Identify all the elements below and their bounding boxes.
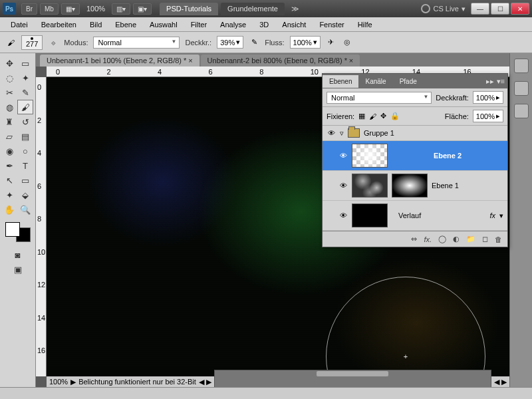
dock-swatches-icon[interactable] xyxy=(514,81,529,96)
tablet-opacity-icon[interactable]: ✎ xyxy=(249,37,259,48)
quickmask-tool[interactable]: ◙ xyxy=(10,247,26,262)
blend-mode-select[interactable]: Normal xyxy=(93,37,180,49)
new-group-icon[interactable]: 📁 xyxy=(466,235,475,243)
new-layer-icon[interactable]: ◻ xyxy=(482,235,488,243)
brush-panel-icon[interactable]: ⟐ xyxy=(48,37,59,48)
gradient-tool[interactable]: ▤ xyxy=(17,129,33,144)
document-tab-1[interactable]: Unbenannt-1 bei 100% (Ebene 2, RGB/8) * … xyxy=(40,55,200,66)
delete-layer-icon[interactable]: 🗑 xyxy=(495,235,502,243)
layer-name[interactable]: Verlauf xyxy=(392,211,485,219)
menu-3d[interactable]: 3D xyxy=(254,19,274,30)
menu-filter[interactable]: Filter xyxy=(186,19,212,30)
link-layers-icon[interactable]: ⇔ xyxy=(411,235,417,243)
screen-button[interactable]: ▣▾ xyxy=(133,3,152,15)
visibility-icon[interactable]: 👁 xyxy=(327,129,336,137)
wand-tool[interactable]: ✦ xyxy=(17,70,33,85)
stamp-tool[interactable]: ♜ xyxy=(1,114,17,129)
lasso-tool[interactable]: ◌ xyxy=(1,70,17,85)
history-brush-tool[interactable]: ↺ xyxy=(17,114,33,129)
brush-tool[interactable]: 🖌 xyxy=(17,100,33,114)
layer-thumbnail[interactable] xyxy=(352,174,388,198)
menu-bearbeiten[interactable]: Bearbeiten xyxy=(36,19,82,30)
lock-transparent-icon[interactable]: ▦ xyxy=(358,112,365,120)
group-name[interactable]: Gruppe 1 xyxy=(364,129,394,137)
more-tabs-icon[interactable]: ≫ xyxy=(287,3,303,15)
fill-input[interactable]: 100%▸ xyxy=(473,110,503,122)
layer-row[interactable]: 👁 Ebene 1 xyxy=(323,171,507,201)
flow-input[interactable]: 100%▾ xyxy=(290,36,321,49)
panel-menu-icon[interactable]: ▾≡ xyxy=(497,77,505,86)
window-minimize[interactable]: — xyxy=(471,3,489,15)
minibridge-button[interactable]: Mb xyxy=(40,3,59,15)
menu-auswahl[interactable]: Auswahl xyxy=(144,19,183,30)
layer-row[interactable]: 👁 Verlauf fx ▾ xyxy=(323,201,507,231)
color-swatch[interactable] xyxy=(5,222,31,242)
fx-badge[interactable]: fx xyxy=(489,211,495,219)
lock-position-icon[interactable]: ✥ xyxy=(380,112,386,120)
layer-thumbnail[interactable] xyxy=(352,144,388,168)
zoom-tool[interactable]: 🔍 xyxy=(17,202,33,217)
menu-bild[interactable]: Bild xyxy=(84,19,107,30)
mask-thumbnail[interactable] xyxy=(392,174,428,198)
dodge-tool[interactable]: ○ xyxy=(17,144,33,158)
layer-fx-icon[interactable]: fx. xyxy=(424,235,432,243)
path-tool[interactable]: ↖ xyxy=(1,173,17,188)
menu-analyse[interactable]: Analyse xyxy=(215,19,251,30)
lock-pixels-icon[interactable]: 🖌 xyxy=(369,112,376,120)
tablet-size-icon[interactable]: ◎ xyxy=(342,37,352,48)
bridge-button[interactable]: Br xyxy=(21,3,37,15)
close-icon[interactable]: × xyxy=(349,57,353,65)
layer-row[interactable]: 👁 Ebene 2 xyxy=(323,141,507,171)
shape-tool[interactable]: ▭ xyxy=(17,173,33,188)
document-tab-2[interactable]: Unbenannt-2 bei 800% (Ebene 0, RGB/8) * … xyxy=(201,55,360,66)
move-tool[interactable]: ✥ xyxy=(1,56,17,70)
menu-fenster[interactable]: Fenster xyxy=(314,19,349,30)
type-tool[interactable]: T xyxy=(17,158,33,173)
workspace-tab[interactable]: Grundelemente xyxy=(221,3,285,15)
opacity-input[interactable]: 39%▾ xyxy=(217,36,243,49)
cslive-button[interactable]: CS Live▾ xyxy=(421,4,466,13)
visibility-icon[interactable]: 👁 xyxy=(338,182,348,190)
zoom-level[interactable]: 100% xyxy=(86,5,105,13)
dock-color-icon[interactable] xyxy=(514,59,529,73)
blur-tool[interactable]: ◉ xyxy=(1,144,17,158)
crop-tool[interactable]: ✂ xyxy=(1,85,17,100)
lock-all-icon[interactable]: 🔒 xyxy=(390,112,400,120)
layer-name[interactable]: Ebene 2 xyxy=(392,152,503,160)
menu-ebene[interactable]: Ebene xyxy=(110,19,142,30)
dock-adjust-icon[interactable] xyxy=(514,104,529,118)
chevron-down-icon[interactable]: ▿ xyxy=(340,129,344,138)
tab-pfade[interactable]: Pfade xyxy=(393,75,424,88)
visibility-icon[interactable]: 👁 xyxy=(338,152,348,160)
hand-tool[interactable]: ✋ xyxy=(1,202,17,217)
arrange-button[interactable]: ▥▾ xyxy=(112,3,130,15)
chevron-down-icon[interactable]: ▾ xyxy=(499,211,503,220)
tab-kanaele[interactable]: Kanäle xyxy=(358,75,392,88)
ruler-vertical[interactable]: 0246810121416 xyxy=(36,77,47,376)
layer-blend-select[interactable]: Normal xyxy=(327,92,432,104)
menu-ansicht[interactable]: Ansicht xyxy=(277,19,311,30)
horizontal-scrollbar[interactable] xyxy=(214,370,491,387)
close-icon[interactable]: × xyxy=(188,57,192,65)
pen-tool[interactable]: ✒ xyxy=(1,158,17,173)
layer-group[interactable]: 👁 ▿ Gruppe 1 xyxy=(323,126,507,141)
screenmode-tool[interactable]: ▣ xyxy=(10,262,26,277)
workspace-tab-active[interactable]: PSD-Tutorials xyxy=(160,3,218,15)
menu-datei[interactable]: Datei xyxy=(5,19,33,30)
eyedropper-tool[interactable]: ✎ xyxy=(17,85,33,100)
doc-zoom[interactable]: 100% xyxy=(49,378,68,386)
window-close[interactable]: ✕ xyxy=(511,3,529,15)
layer-name[interactable]: Ebene 1 xyxy=(432,182,459,190)
3d-tool[interactable]: ✦ xyxy=(1,188,17,202)
visibility-icon[interactable]: 👁 xyxy=(338,211,348,219)
camera-tool[interactable]: ⬙ xyxy=(17,188,33,202)
heal-tool[interactable]: ◍ xyxy=(1,100,17,114)
layer-opacity-input[interactable]: 100%▸ xyxy=(473,91,503,104)
marquee-tool[interactable]: ▭ xyxy=(17,56,33,70)
tool-preset-icon[interactable]: 🖌 xyxy=(5,37,16,48)
airbrush-icon[interactable]: ✈ xyxy=(326,37,336,48)
eraser-tool[interactable]: ▱ xyxy=(1,129,17,144)
layer-thumbnail[interactable] xyxy=(352,203,388,227)
layers-panel[interactable]: Ebenen Kanäle Pfade ▸▸▾≡ Normal Deckkraf… xyxy=(322,73,508,247)
window-maximize[interactable]: ☐ xyxy=(491,3,509,15)
